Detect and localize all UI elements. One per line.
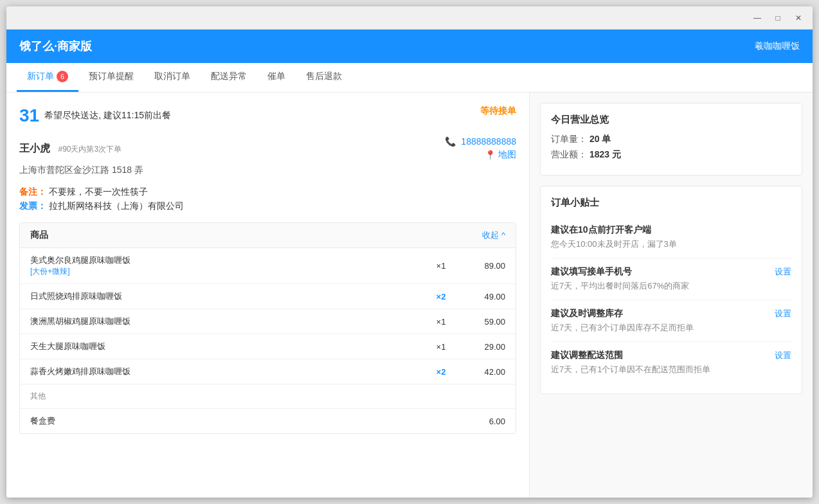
other-section-label: 其他 <box>20 384 516 409</box>
order-status: 等待接单 <box>480 105 516 117</box>
right-panel: 今日营业总览 订单量： 20 单 营业额： 1823 元 订单小贴士 建议在10… <box>530 93 813 498</box>
app-user: 羲咖咖喱饭 <box>755 40 800 52</box>
main-content: 31 希望尽快送达, 建议11:15前出餐 等待接单 王小虎 #90天内第3次下… <box>6 93 813 498</box>
item-qty: ×1 <box>422 261 460 271</box>
item-price: 42.00 <box>460 367 505 377</box>
map-icon: 📍 <box>485 150 496 160</box>
item-row: 澳洲黑胡椒鸡腿原味咖喱饭 ×1 59.00 <box>20 309 516 334</box>
tab-urge[interactable]: 催单 <box>257 62 296 92</box>
maximize-button[interactable]: □ <box>769 11 787 25</box>
tab-cancel-orders[interactable]: 取消订单 <box>144 62 201 92</box>
close-button[interactable]: ✕ <box>789 11 807 25</box>
item-price: 89.00 <box>460 261 505 271</box>
customer-name-row: 王小虎 #90天内第3次下单 📞 18888888888 📍 地图 <box>19 136 516 161</box>
customer-info: 王小虎 #90天内第3次下单 📞 18888888888 📍 地图 <box>19 136 516 176</box>
tab-badge-new-orders: 6 <box>57 71 68 82</box>
items-title: 商品 <box>30 230 48 241</box>
extra-item-row: 餐盒费 6.00 <box>20 409 516 433</box>
tip-action-2[interactable]: 设置 <box>775 266 791 278</box>
tip-desc: 近7天，已有1个订单因不在配送范围而拒单 <box>551 364 791 375</box>
invoice-value: 拉扎斯网络科技（上海）有限公司 <box>49 201 184 211</box>
item-qty: ×1 <box>422 342 460 352</box>
extra-item-price: 6.00 <box>460 417 505 426</box>
order-remark: 希望尽快送达, 建议11:15前出餐 <box>44 110 171 122</box>
tab-label-urge: 催单 <box>267 71 285 82</box>
note-row: 备注： 不要辣，不要一次性筷子 <box>19 186 516 198</box>
item-name: 蒜香火烤嫩鸡排原味咖喱饭 <box>30 366 422 377</box>
other-label: 其他 <box>30 391 422 402</box>
business-overview-title: 今日营业总览 <box>551 114 791 126</box>
tab-label-new-orders: 新订单 <box>27 71 54 82</box>
extra-item-name: 餐盒费 <box>30 415 422 427</box>
item-row: 蒜香火烤嫩鸡排原味咖喱饭 ×2 42.00 <box>20 359 516 384</box>
minimize-button[interactable]: — <box>748 11 766 25</box>
item-name: 日式照烧鸡排原味咖喱饭 <box>30 291 422 302</box>
map-link[interactable]: 📍 地图 <box>485 149 516 161</box>
tab-delivery-issues[interactable]: 配送异常 <box>201 62 257 92</box>
tip-title: 建议在10点前打开客户端 <box>551 224 651 236</box>
tip-desc: 您今天10:00未及时开店，漏了3单 <box>551 239 791 250</box>
notes-section: 备注： 不要辣，不要一次性筷子 发票： 拉扎斯网络科技（上海）有限公司 <box>19 186 516 212</box>
app-window: — □ ✕ 饿了么·商家版 羲咖咖喱饭 新订单 6 预订单提醒 取消订单 配送异… <box>6 6 813 498</box>
tip-title: 建议填写接单手机号 <box>551 266 632 278</box>
map-label: 地图 <box>498 149 516 161</box>
tip-item: 建议调整配送范围 设置 近7天，已有1个订单因不在配送范围而拒单 <box>551 342 791 383</box>
business-overview: 今日营业总览 订单量： 20 单 营业额： 1823 元 <box>540 103 802 176</box>
item-price: 29.00 <box>460 342 505 352</box>
revenue-label: 营业额： <box>551 149 587 159</box>
customer-name-section: 王小虎 #90天内第3次下单 <box>19 142 122 156</box>
item-name: 美式奥尔良鸡腿原味咖喱饭 [大份+微辣] <box>30 255 422 277</box>
tab-pre-orders[interactable]: 预订单提醒 <box>78 62 144 92</box>
customer-contact: 📞 18888888888 📍 地图 <box>445 136 516 161</box>
customer-name: 王小虎 <box>19 143 50 154</box>
tip-item: 建议及时调整库存 设置 近7天，已有3个订单因库存不足而拒单 <box>551 300 791 342</box>
item-tag: [大份+微辣] <box>30 266 422 277</box>
note-label: 备注： <box>19 186 46 197</box>
item-qty: ×2 <box>422 292 460 302</box>
tip-item: 建议在10点前打开客户端 您今天10:00未及时开店，漏了3单 <box>551 217 791 258</box>
item-price: 59.00 <box>460 317 505 327</box>
order-number: 31 <box>19 105 39 126</box>
tab-label-cancel: 取消订单 <box>154 71 190 82</box>
title-bar: — □ ✕ <box>6 6 813 30</box>
item-name: 澳洲黑胡椒鸡腿原味咖喱饭 <box>30 316 422 327</box>
note-value: 不要辣，不要一次性筷子 <box>49 186 148 197</box>
tip-header: 建议调整配送范围 设置 <box>551 350 791 361</box>
tip-item: 建议填写接单手机号 设置 近7天，平均出餐时间落后67%的商家 <box>551 258 791 300</box>
tip-desc: 近7天，已有3个订单因库存不足而拒单 <box>551 322 791 334</box>
invoice-row: 发票： 拉扎斯网络科技（上海）有限公司 <box>19 201 516 212</box>
invoice-label: 发票： <box>19 201 46 211</box>
tip-action-3[interactable]: 设置 <box>775 308 791 320</box>
tab-label-refund: 售后退款 <box>306 71 342 82</box>
tip-header: 建议在10点前打开客户端 <box>551 224 791 236</box>
customer-tag: #90天内第3次下单 <box>58 145 122 154</box>
item-row: 美式奥尔良鸡腿原味咖喱饭 [大份+微辣] ×1 89.00 <box>20 248 516 284</box>
phone-icon: 📞 <box>445 136 456 147</box>
nav-tabs: 新订单 6 预订单提醒 取消订单 配送异常 催单 售后退款 <box>6 63 813 93</box>
tip-header: 建议及时调整库存 设置 <box>551 308 791 320</box>
tab-refund[interactable]: 售后退款 <box>296 62 352 92</box>
tip-title: 建议及时调整库存 <box>551 308 623 320</box>
app-header: 饿了么·商家版 羲咖咖喱饭 <box>6 30 813 63</box>
phone-number[interactable]: 📞 18888888888 <box>445 136 516 147</box>
tab-new-orders[interactable]: 新订单 6 <box>17 62 78 92</box>
order-header: 31 希望尽快送达, 建议11:15前出餐 等待接单 <box>19 105 516 126</box>
tip-action-4[interactable]: 设置 <box>775 350 791 361</box>
order-count-label: 订单量： <box>551 134 587 144</box>
left-panel: 31 希望尽快送达, 建议11:15前出餐 等待接单 王小虎 #90天内第3次下… <box>6 93 530 498</box>
order-count-row: 订单量： 20 单 <box>551 134 791 145</box>
revenue-row: 营业额： 1823 元 <box>551 149 791 161</box>
tab-label-pre-orders: 预订单提醒 <box>89 71 134 82</box>
tab-label-delivery: 配送异常 <box>211 71 247 82</box>
collapse-button[interactable]: 收起 ^ <box>482 230 505 241</box>
item-name: 天生大腿原味咖喱饭 <box>30 341 422 352</box>
items-section: 商品 收起 ^ 美式奥尔良鸡腿原味咖喱饭 [大份+微辣] ×1 89.00 日式… <box>19 222 516 434</box>
window-controls: — □ ✕ <box>748 11 807 25</box>
item-qty: ×1 <box>422 317 460 327</box>
phone-value: 18888888888 <box>461 136 516 147</box>
app-title: 饿了么·商家版 <box>19 39 92 54</box>
order-count-value: 20 单 <box>590 134 611 144</box>
customer-address: 上海市普陀区金沙江路 1518 弄 <box>19 165 516 176</box>
item-price: 49.00 <box>460 292 505 302</box>
item-row: 日式照烧鸡排原味咖喱饭 ×2 49.00 <box>20 284 516 309</box>
